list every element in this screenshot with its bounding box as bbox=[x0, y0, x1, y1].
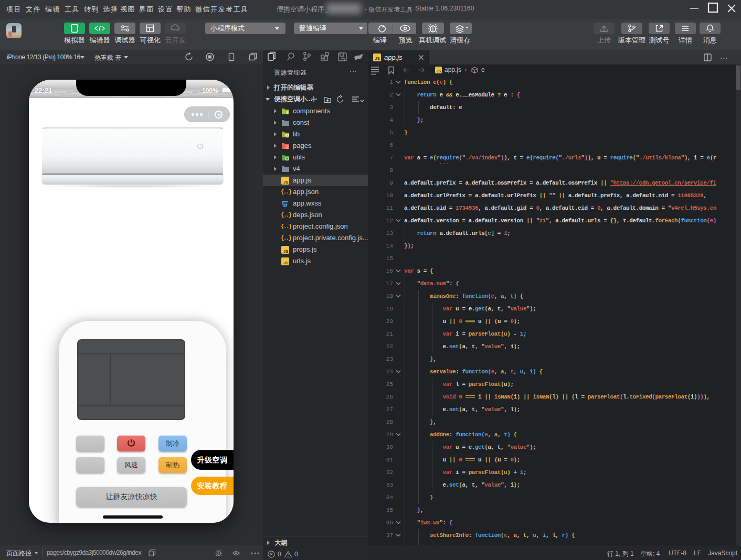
svg-text:JS: JS bbox=[375, 56, 380, 61]
svg-text:JS: JS bbox=[437, 69, 441, 73]
svg-text:JS: JS bbox=[283, 261, 288, 265]
svg-text:JS: JS bbox=[283, 249, 288, 254]
svg-text:JS: JS bbox=[283, 180, 288, 185]
